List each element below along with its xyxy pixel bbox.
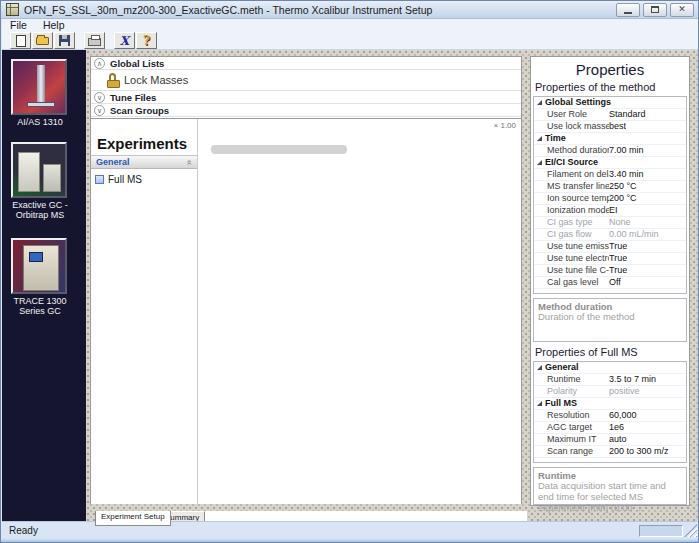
fullms-properties-heading: Properties of Full MS bbox=[535, 346, 638, 358]
property-value[interactable]: None bbox=[609, 217, 631, 228]
minimize-button[interactable] bbox=[616, 3, 640, 17]
accordion-tune-files[interactable]: ∨ Tune Files bbox=[91, 91, 521, 104]
property-value[interactable]: 1e6 bbox=[609, 422, 624, 433]
method-property-grid: Global SettingsUser RoleStandardUse lock… bbox=[533, 96, 687, 294]
property-value[interactable]: auto bbox=[609, 434, 627, 445]
workspace-background: ∧ Global Lists Lock Masses ∨ Tune Files … bbox=[86, 50, 699, 523]
property-value[interactable]: True bbox=[609, 265, 627, 276]
experiment-group-general[interactable]: General » bbox=[91, 155, 197, 169]
method-properties-heading: Properties of the method bbox=[535, 81, 655, 93]
property-value[interactable]: True bbox=[609, 253, 627, 264]
resize-grip-icon[interactable] bbox=[684, 524, 697, 537]
panel-divider bbox=[197, 119, 198, 504]
experiment-icon bbox=[95, 175, 104, 184]
sidebar-item-aias-1310[interactable]: AI/AS 1310 bbox=[11, 59, 69, 127]
property-label: AGC target bbox=[547, 422, 609, 433]
property-value[interactable]: 3.5 to 7 min bbox=[609, 374, 656, 385]
new-button[interactable] bbox=[10, 32, 31, 49]
property-value[interactable]: True bbox=[609, 241, 627, 252]
property-value[interactable]: 250 °C bbox=[609, 181, 637, 192]
property-row[interactable]: Use tune file C-True bbox=[534, 265, 686, 277]
property-row[interactable]: Method duration7.00 min bbox=[534, 145, 686, 157]
sidebar-item-trace-1300[interactable]: TRACE 1300 Series GC bbox=[11, 238, 69, 317]
property-value[interactable]: 200 °C bbox=[609, 193, 637, 204]
save-button[interactable] bbox=[54, 32, 75, 49]
category-label: EI/CI Source bbox=[545, 157, 598, 168]
property-label: CI gas type bbox=[547, 217, 609, 228]
menu-help[interactable]: Help bbox=[35, 19, 73, 31]
tab-experiment-setup[interactable]: Experiment Setup bbox=[95, 511, 171, 526]
window-title: OFN_FS_SSL_30m_mz200-300_ExactiveGC.meth… bbox=[24, 4, 432, 16]
property-value[interactable]: Off bbox=[609, 277, 621, 288]
instrument-sidebar: AI/AS 1310 Exactive GC - Orbitrap MS TRA… bbox=[2, 50, 86, 523]
printer-icon bbox=[88, 38, 101, 46]
property-value[interactable]: 60,000 bbox=[609, 410, 637, 421]
experiment-item-full-ms[interactable]: Full MS bbox=[95, 174, 142, 185]
full-ms-timeline-bar[interactable] bbox=[211, 145, 347, 154]
accordion-label: Global Lists bbox=[110, 58, 164, 69]
maximize-button[interactable] bbox=[643, 3, 667, 17]
property-row[interactable]: Use tune emissiTrue bbox=[534, 241, 686, 253]
chevron-up-icon: ∧ bbox=[94, 58, 105, 69]
expander-icon[interactable] bbox=[537, 160, 542, 165]
zoom-level: × 1.00 bbox=[494, 121, 516, 130]
lock-masses-item[interactable]: Lock Masses bbox=[91, 70, 521, 91]
client-area: AI/AS 1310 Exactive GC - Orbitrap MS TRA… bbox=[2, 50, 699, 523]
property-row[interactable]: Cal gas levelOff bbox=[534, 277, 686, 289]
property-label: Polarity bbox=[547, 386, 609, 397]
property-value[interactable]: 0.00 mL/min bbox=[609, 229, 659, 240]
property-label: Cal gas level bbox=[547, 277, 609, 288]
property-label: Method duration bbox=[547, 145, 609, 156]
property-row[interactable]: Use lock massesbest bbox=[534, 121, 686, 133]
print-button[interactable] bbox=[84, 32, 105, 49]
property-value[interactable]: best bbox=[609, 121, 626, 132]
property-row[interactable]: Runtime3.5 to 7 min bbox=[534, 374, 686, 386]
property-label: CI gas flow bbox=[547, 229, 609, 240]
property-row[interactable]: Resolution60,000 bbox=[534, 410, 686, 422]
expander-icon[interactable] bbox=[537, 100, 542, 105]
autosampler-image bbox=[11, 59, 67, 115]
gas-chromatograph-image bbox=[11, 238, 67, 294]
property-value[interactable]: 3.40 min bbox=[609, 169, 644, 180]
property-row[interactable]: Use tune electroTrue bbox=[534, 253, 686, 265]
menu-file[interactable]: File bbox=[2, 19, 35, 31]
property-row[interactable]: Scan range200 to 300 m/z bbox=[534, 446, 686, 458]
property-row[interactable]: Ionization modeEI bbox=[534, 205, 686, 217]
property-value[interactable]: EI bbox=[609, 205, 618, 216]
sidebar-item-exactive-gc[interactable]: Exactive GC - Orbitrap MS bbox=[11, 142, 69, 221]
property-row[interactable]: CI gas flow0.00 mL/min bbox=[534, 229, 686, 241]
property-value[interactable]: Standard bbox=[609, 109, 646, 120]
accordion-global-lists[interactable]: ∧ Global Lists bbox=[91, 57, 521, 70]
property-row[interactable]: Time bbox=[534, 133, 686, 145]
property-row[interactable]: General bbox=[534, 362, 686, 374]
property-row[interactable]: Ion source temp200 °C bbox=[534, 193, 686, 205]
property-value[interactable]: 200 to 300 m/z bbox=[609, 446, 669, 457]
expander-icon[interactable] bbox=[537, 136, 542, 141]
property-row[interactable]: CI gas typeNone bbox=[534, 217, 686, 229]
collapse-group-icon[interactable]: » bbox=[185, 159, 194, 164]
toolbar: X ? bbox=[2, 31, 699, 50]
property-row[interactable]: Polaritypositive bbox=[534, 386, 686, 398]
property-value[interactable]: positive bbox=[609, 386, 640, 397]
property-value[interactable]: 7.00 min bbox=[609, 145, 644, 156]
status-text: Ready bbox=[9, 525, 38, 536]
property-row[interactable]: Maximum ITauto bbox=[534, 434, 686, 446]
property-row[interactable]: Global Settings bbox=[534, 97, 686, 109]
help-button[interactable]: ? bbox=[136, 32, 157, 49]
open-button[interactable] bbox=[32, 32, 53, 49]
instrument-label: Exactive GC - Orbitrap MS bbox=[11, 200, 69, 221]
property-row[interactable]: Filament on dela3.40 min bbox=[534, 169, 686, 181]
accordion-scan-groups[interactable]: ∨ Scan Groups bbox=[91, 104, 521, 117]
floppy-icon bbox=[59, 35, 70, 46]
titlebar[interactable]: OFN_FS_SSL_30m_mz200-300_ExactiveGC.meth… bbox=[1, 1, 698, 19]
expander-icon[interactable] bbox=[537, 401, 542, 406]
expander-icon[interactable] bbox=[537, 365, 542, 370]
property-row[interactable]: AGC target1e6 bbox=[534, 422, 686, 434]
property-row[interactable]: User RoleStandard bbox=[534, 109, 686, 121]
experiment-label: Full MS bbox=[108, 174, 142, 185]
property-row[interactable]: MS transfer line250 °C bbox=[534, 181, 686, 193]
property-row[interactable]: Full MS bbox=[534, 398, 686, 410]
delete-button[interactable]: X bbox=[114, 32, 135, 49]
close-button[interactable]: ✕ bbox=[670, 3, 694, 17]
property-row[interactable]: EI/CI Source bbox=[534, 157, 686, 169]
